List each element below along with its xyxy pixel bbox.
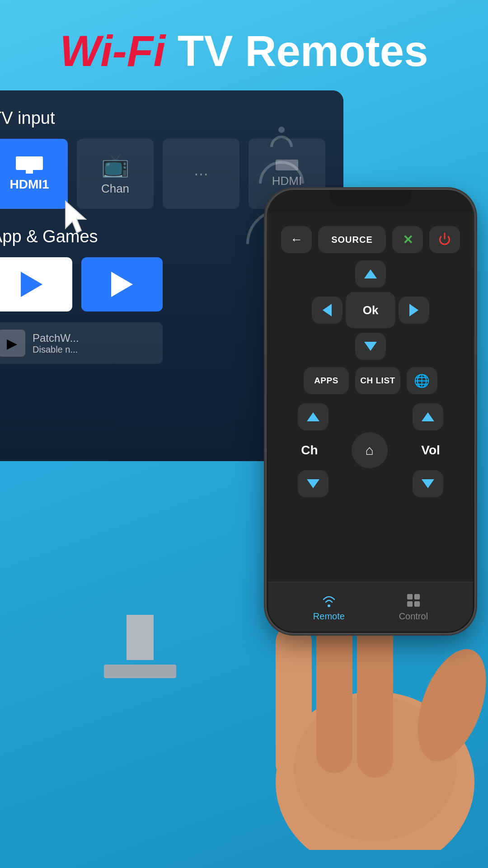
globe-button[interactable]: 🌐	[407, 367, 437, 394]
remote-nav-icon	[321, 592, 337, 609]
back-button[interactable]: ←	[281, 226, 312, 253]
ch-vol-mid-row: Ch ⌂ Vol	[275, 432, 466, 468]
vol-up-button[interactable]	[413, 403, 443, 430]
vol-label: Vol	[421, 443, 440, 458]
svg-rect-5	[414, 601, 420, 607]
title-rest: TV Remotes	[165, 27, 428, 75]
vol-down-button[interactable]	[413, 470, 443, 497]
svg-rect-2	[407, 594, 413, 599]
dpad-up-button[interactable]	[355, 260, 386, 288]
patch-sub: Disable n...	[33, 344, 79, 355]
arrow-up-icon	[364, 269, 377, 278]
ch-down-arrow-icon	[307, 479, 319, 488]
tv-input-dots[interactable]: ⋯	[163, 139, 239, 209]
phone-screen: ← SOURCE ✕	[268, 190, 473, 632]
ch-vol-section: Ch ⌂ Vol	[275, 403, 466, 497]
dpad-down-button[interactable]	[355, 333, 386, 360]
arrow-left-icon	[323, 304, 332, 316]
ch-vol-up-row	[275, 403, 466, 430]
control-nav-label: Control	[399, 611, 428, 622]
ch-up-arrow-icon	[307, 412, 319, 421]
vol-down-arrow-icon	[422, 479, 434, 488]
tv-stand	[127, 615, 154, 660]
svg-point-11	[294, 696, 456, 841]
svg-rect-3	[414, 594, 420, 599]
globe-icon: 🌐	[414, 373, 430, 388]
dpad-container: Ok	[312, 260, 429, 360]
cursor-arrow	[63, 199, 90, 235]
mute-icon: ✕	[403, 232, 413, 247]
arrow-down-icon	[364, 342, 377, 351]
dpad-ok-button[interactable]: Ok	[346, 292, 395, 328]
power-button[interactable]	[429, 226, 460, 253]
ch-up-button[interactable]	[298, 403, 328, 430]
arrow-right-icon	[409, 304, 418, 316]
app-title: Wi-Fi TV Remotes	[18, 27, 470, 75]
app-blue[interactable]	[81, 257, 163, 311]
bottom-nav: Remote Control	[268, 582, 473, 632]
home-icon: ⌂	[366, 443, 374, 458]
phone-container: ← SOURCE ✕	[249, 190, 488, 850]
patch-text: PatchW...	[33, 332, 79, 344]
svg-point-1	[328, 604, 330, 607]
remote-top-row: ← SOURCE ✕	[275, 226, 466, 253]
vol-up-arrow-icon	[422, 412, 434, 421]
home-button[interactable]: ⌂	[352, 432, 388, 468]
tv-input-label: TV input	[0, 108, 325, 128]
remote-ui: ← SOURCE ✕	[268, 212, 473, 632]
dpad-right-button[interactable]	[399, 297, 429, 324]
tv-input-chan[interactable]: 📺 Chan	[77, 139, 154, 209]
source-button[interactable]: SOURCE	[318, 226, 386, 253]
dpad-left-button[interactable]	[312, 297, 343, 324]
ch-label: Ch	[301, 443, 318, 458]
patch-item: ▶ PatchW... Disable n...	[0, 322, 163, 364]
svg-marker-0	[66, 201, 86, 233]
nav-control[interactable]: Control	[399, 592, 428, 622]
power-icon	[438, 233, 451, 246]
back-icon: ←	[290, 232, 303, 247]
mute-button[interactable]: ✕	[392, 226, 423, 253]
svg-rect-4	[407, 601, 413, 607]
control-nav-icon	[405, 592, 422, 609]
phone-notch	[330, 190, 411, 206]
svg-point-6	[276, 692, 474, 850]
apps-button[interactable]: APPS	[304, 367, 349, 394]
nav-remote[interactable]: Remote	[313, 592, 345, 622]
patch-icon: ▶	[0, 330, 25, 357]
ch-list-button[interactable]: CH LIST	[355, 367, 400, 394]
svg-rect-7	[276, 624, 312, 782]
remote-nav-label: Remote	[313, 611, 345, 622]
ch-vol-down-row	[275, 470, 466, 497]
title-wifi: Wi-Fi	[60, 27, 165, 75]
ch-down-button[interactable]	[298, 470, 328, 497]
tv-stand-base	[104, 665, 176, 678]
header: Wi-Fi TV Remotes	[0, 0, 488, 89]
app-white[interactable]	[0, 257, 72, 311]
phone-frame: ← SOURCE ✕	[267, 190, 474, 633]
tv-input-hdmi1[interactable]: HDMI1	[0, 139, 68, 209]
func-row: APPS CH LIST 🌐	[275, 367, 466, 394]
svg-point-10	[404, 640, 488, 771]
